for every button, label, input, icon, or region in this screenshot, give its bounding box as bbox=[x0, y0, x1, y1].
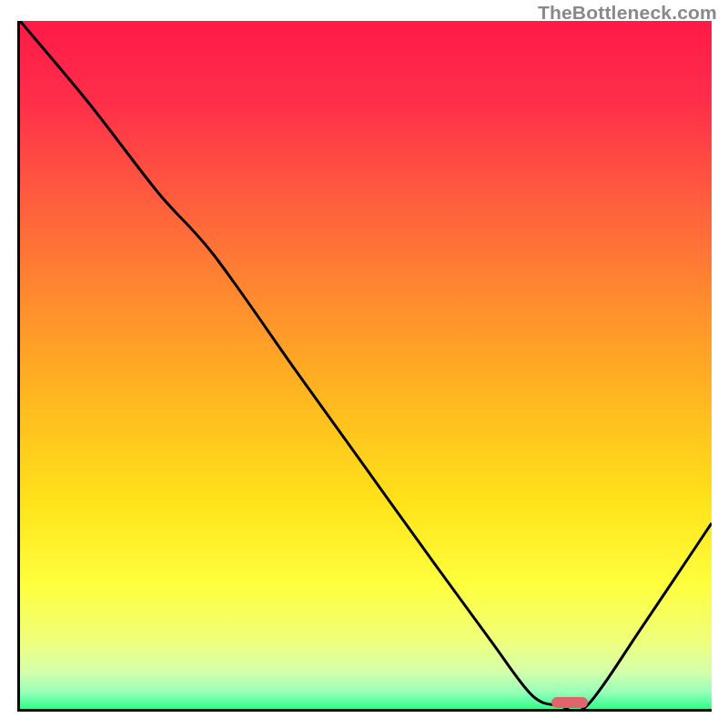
plot-area bbox=[17, 21, 712, 712]
optimal-marker bbox=[551, 697, 588, 708]
bottleneck-curve-path bbox=[20, 21, 712, 709]
curve-layer bbox=[20, 21, 712, 709]
bottleneck-chart: TheBottleneck.com bbox=[0, 0, 728, 728]
